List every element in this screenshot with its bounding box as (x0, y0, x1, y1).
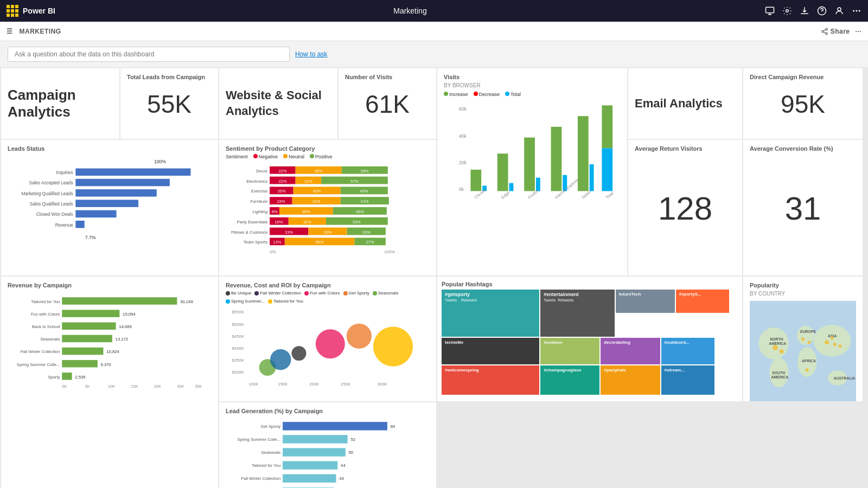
svg-text:$350K: $350K (232, 358, 245, 363)
avg-return-value: 128 (635, 154, 736, 262)
svg-text:Inquiries: Inquiries (56, 170, 73, 175)
svg-text:AUSTRALIA: AUSTRALIA (834, 376, 856, 380)
svg-text:Closed Won Deals: Closed Won Deals (36, 212, 73, 217)
svg-rect-14 (470, 170, 481, 191)
qa-input[interactable] (8, 47, 290, 62)
visits-legend-decrease: Decrease (479, 92, 500, 97)
svg-point-147 (347, 324, 372, 349)
account-icon[interactable] (834, 6, 844, 16)
dcr-title: Direct Campaign Revenue (750, 74, 856, 80)
svg-text:22%: 22% (278, 169, 286, 174)
svg-point-9 (825, 33, 827, 35)
svg-text:41%: 41% (312, 199, 321, 204)
lead-gen-tile: Lead Generation (%) by Campaign Get Spor… (219, 402, 436, 488)
svg-rect-111 (62, 323, 116, 330)
svg-text:Fall Winter Collection: Fall Winter Collection (241, 476, 280, 481)
svg-text:43: 43 (339, 476, 344, 481)
hashtag-futuretech: futureTech (616, 290, 675, 313)
hashtag-sporty: #sportyS... (676, 290, 729, 313)
svg-text:AFRICA: AFRICA (802, 359, 816, 363)
direct-campaign-revenue-tile: Direct Campaign Revenue 95K (743, 68, 863, 139)
leads-status-title: Leads Status (8, 145, 212, 152)
svg-point-171 (831, 337, 834, 340)
leads-status-chart: 100% Inquiries Sales Accepted Leads Mark… (8, 154, 212, 257)
leads-status-tile: Leads Status 100% Inquiries Sales Accept… (1, 140, 218, 275)
svg-text:$500K: $500K (232, 322, 245, 327)
svg-text:200K: 200K (309, 382, 320, 387)
more-icon[interactable] (852, 6, 861, 16)
popularity-subtitle: BY COUNTRY (750, 291, 856, 297)
svg-text:$450K: $450K (232, 334, 245, 339)
svg-text:$300K: $300K (232, 370, 245, 375)
svg-rect-18 (524, 138, 535, 191)
svg-text:50: 50 (349, 450, 354, 455)
download-icon[interactable] (800, 6, 809, 16)
waffle-icon[interactable] (7, 5, 18, 17)
svg-text:100K: 100K (248, 382, 259, 387)
svg-rect-24 (602, 105, 612, 148)
svg-text:10K: 10K (108, 384, 115, 389)
avg-return-visitors-tile: Average Return Visitors 128 (628, 140, 742, 275)
lead-gen-title: Lead Generation (%) by Campaign (226, 408, 430, 414)
svg-text:NORTH: NORTH (770, 337, 783, 341)
svg-text:SOUTH: SOUTH (772, 371, 785, 375)
svg-text:Sales Accepted Leads: Sales Accepted Leads (29, 181, 73, 185)
svg-text:40k: 40k (459, 133, 467, 139)
svg-text:0K: 0K (62, 384, 67, 389)
svg-text:AMERICA: AMERICA (769, 342, 786, 345)
svg-point-168 (825, 340, 829, 344)
svg-point-4 (853, 10, 854, 12)
svg-text:13%: 13% (273, 240, 282, 245)
svg-rect-17 (509, 183, 514, 191)
svg-point-164 (773, 345, 778, 350)
svg-point-152 (797, 326, 814, 345)
avg-conversion-title: Average Conversion Rate (%) (750, 145, 856, 152)
svg-text:$550K: $550K (232, 310, 245, 314)
svg-text:40%: 40% (313, 189, 321, 194)
svg-text:100%: 100% (384, 249, 395, 254)
display-icon[interactable] (765, 6, 775, 16)
visits-subtitle: BY BROWSER (444, 82, 621, 88)
svg-point-145 (291, 346, 306, 361)
number-visits-tile: Number of Visits 61K (339, 68, 436, 139)
svg-rect-108 (62, 310, 119, 317)
svg-text:Tailored for You: Tailored for You (252, 463, 280, 468)
svg-text:Total: Total (605, 191, 615, 200)
help-icon[interactable] (817, 6, 827, 16)
svg-point-6 (859, 10, 860, 12)
svg-text:46%: 46% (356, 209, 364, 214)
hashtag-entertainment: #entertainmentTweets Retweets (540, 290, 615, 337)
campaign-analytics-tile: Campaign Analytics (1, 68, 119, 139)
svg-rect-183 (283, 461, 337, 469)
svg-text:2,535: 2,535 (75, 375, 85, 380)
svg-point-154 (814, 325, 851, 357)
share-label: Share (831, 28, 850, 35)
svg-text:Pillows & Cushions: Pillows & Cushions (231, 230, 267, 235)
svg-text:0%: 0% (270, 249, 276, 254)
svg-text:30K: 30K (177, 384, 184, 389)
svg-text:Sales Qualified Leads: Sales Qualified Leads (30, 202, 73, 207)
svg-text:15,054: 15,054 (123, 312, 136, 317)
settings-icon[interactable] (782, 6, 792, 16)
svg-text:33%: 33% (362, 230, 371, 235)
svg-point-166 (801, 338, 805, 341)
svg-text:Furniture: Furniture (251, 199, 268, 204)
svg-text:22%: 22% (278, 179, 286, 184)
visits-chart: 60k 40k 20k 0k Chrome Edge (444, 99, 621, 229)
svg-point-8 (821, 30, 824, 33)
svg-rect-180 (283, 448, 346, 456)
email-analytics-label: Email Analytics (635, 96, 723, 112)
share-button[interactable]: Share (821, 28, 850, 35)
how-to-ask-link[interactable]: How to ask (295, 50, 327, 58)
svg-text:84: 84 (391, 424, 395, 429)
hamburger-icon[interactable]: ☰ (7, 28, 13, 35)
page-title: Marketing (55, 7, 765, 15)
svg-text:16%: 16% (275, 220, 283, 224)
svg-rect-174 (283, 422, 387, 430)
svg-text:39%: 39% (315, 169, 323, 174)
email-analytics-tile: Email Analytics (628, 68, 742, 139)
dcr-value: 95K (750, 82, 856, 126)
svg-text:13,172: 13,172 (116, 337, 129, 342)
visits-legend-increase: Increase (449, 92, 468, 97)
svg-rect-120 (62, 360, 98, 367)
